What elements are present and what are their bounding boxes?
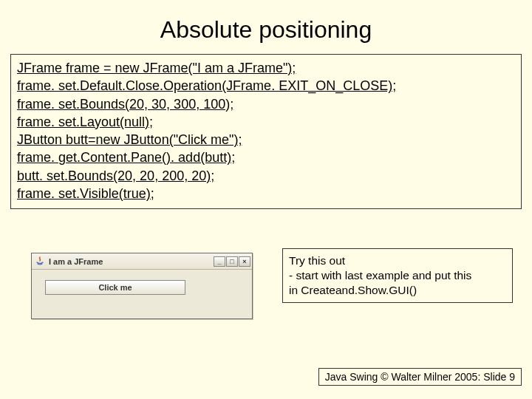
code-line: JButton butt=new JButton("Click me"); (17, 131, 515, 149)
java-icon (35, 256, 45, 267)
code-line: frame. set.Visible(true); (17, 185, 515, 202)
window-title: I am a JFrame (49, 257, 214, 266)
note-box: Try this out - start with last example a… (282, 248, 513, 303)
note-line: - start with last example and put this (289, 268, 506, 283)
code-line: frame. set.Bounds(20, 30, 300, 100); (17, 95, 515, 113)
code-line: butt. set.Bounds(20, 20, 200, 20); (17, 167, 515, 185)
code-line: JFrame frame = new JFrame("I am a JFrame… (17, 59, 515, 77)
code-line: frame. set.Default.Close.Operation(JFram… (17, 77, 515, 95)
close-button[interactable]: × (239, 256, 250, 267)
window-body: Click me (32, 270, 252, 320)
note-line: Try this out (289, 253, 506, 268)
code-line: frame. get.Content.Pane(). add(butt); (17, 149, 515, 166)
maximize-button[interactable]: □ (226, 256, 238, 267)
slide-title: Absolute positioning (0, 16, 532, 44)
note-line: in Createand.Show.GUI() (289, 283, 506, 298)
titlebar: I am a JFrame _ □ × (32, 253, 252, 270)
footer: Java Swing © Walter Milner 2005: Slide 9 (318, 368, 522, 386)
code-line: frame. set.Layout(null); (17, 113, 515, 131)
click-me-button[interactable]: Click me (45, 280, 185, 295)
minimize-button[interactable]: _ (214, 256, 225, 267)
jframe-window: I am a JFrame _ □ × Click me (31, 253, 253, 319)
code-block: JFrame frame = new JFrame("I am a JFrame… (10, 54, 522, 209)
